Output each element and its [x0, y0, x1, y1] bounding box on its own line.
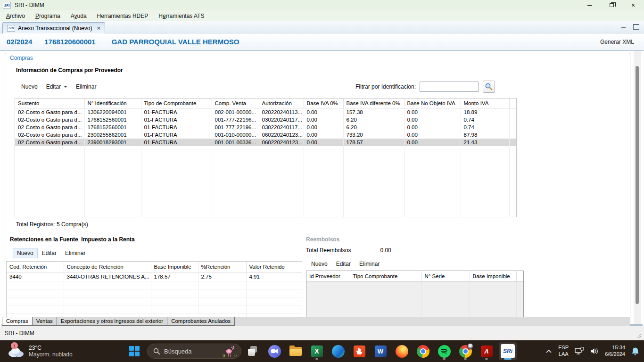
sri-dimm-button[interactable]: SRi	[499, 342, 517, 360]
filter-input[interactable]	[420, 82, 479, 92]
table-row[interactable]: 34403440-OTRAS RETENCIONES A...178.572.7…	[7, 272, 302, 281]
table-cell	[7, 297, 64, 305]
firefox-button[interactable]	[393, 342, 411, 360]
nitro-pdf-button[interactable]	[350, 342, 368, 360]
compras-table: SustentoN° IdentificaciónTipo de Comprob…	[15, 98, 517, 217]
chrome-profile-button[interactable]	[456, 342, 474, 360]
column-header[interactable]: Comp. Venta	[212, 99, 259, 108]
maximize-view-icon[interactable]	[633, 24, 639, 29]
task-view-button[interactable]	[244, 342, 262, 360]
table-cell: 001-001-00336...	[212, 139, 259, 146]
column-header[interactable]: Cod. Retención	[7, 262, 64, 272]
column-header[interactable]: Tipo de Comprobante	[141, 99, 212, 108]
table-row[interactable]	[7, 281, 302, 289]
menu-item-programa[interactable]: Programa	[30, 11, 66, 21]
table-row[interactable]: 02-Costo o Gasto para d...23900182930010…	[15, 139, 516, 146]
total-reembolsos-label: Total Reembolsos	[306, 247, 351, 254]
main-vertical-scrollbar[interactable]	[634, 51, 641, 324]
table-row[interactable]	[7, 297, 302, 305]
weather-condition: Mayorm. nublado	[29, 351, 73, 358]
minimize-view-icon[interactable]	[620, 24, 627, 29]
reembolsos-eliminar-button[interactable]: Eliminar	[355, 259, 384, 269]
column-header[interactable]: Base No Objeto IVA	[404, 99, 461, 108]
minimize-window-button[interactable]	[579, 0, 601, 10]
compras-eliminar-button[interactable]: Eliminar	[72, 82, 100, 92]
column-header[interactable]: Base Imponible	[470, 271, 516, 282]
column-header[interactable]: Autorización	[259, 99, 304, 108]
scrollbar-thumb[interactable]	[636, 66, 639, 304]
bottom-tab-exportaciones-y-otros-ingresos-del-exterior[interactable]: Exportaciones y otros ingresos del exter…	[57, 317, 167, 326]
table-cell	[259, 146, 304, 217]
column-header[interactable]: Monto IVA	[461, 99, 509, 108]
reembolsos-editar-button[interactable]: Editar	[332, 259, 355, 269]
column-header[interactable]: Tipo Comprobante	[350, 271, 421, 282]
table-row[interactable]	[7, 305, 302, 313]
compras-nuevo-button[interactable]: Nuevo	[17, 82, 42, 92]
notification-badge: 1	[11, 342, 18, 349]
filter-search-button[interactable]	[483, 81, 495, 93]
table-row[interactable]: 02-Costo o Gasto para d...17681525600010…	[15, 116, 516, 123]
generar-xml-button[interactable]: Generar XML	[600, 39, 634, 45]
column-header[interactable]: N° Identificación	[84, 99, 141, 108]
column-header[interactable]: %Retención	[198, 262, 246, 272]
weather-widget[interactable]: 1 23°C Mayorm. nublado	[7, 342, 73, 360]
edge-button[interactable]	[329, 342, 347, 360]
reembolsos-nuevo-button[interactable]: Nuevo	[307, 259, 332, 269]
table-cell: 1306220094001	[84, 108, 141, 116]
resize-grip[interactable]	[636, 333, 641, 338]
file-explorer-button[interactable]	[287, 342, 305, 360]
column-header[interactable]: N° Serie	[421, 271, 470, 282]
table-row[interactable]	[7, 313, 302, 317]
restore-window-button[interactable]	[601, 0, 622, 10]
table-row[interactable]: 02-Costo o Gasto para d...23002558620010…	[15, 131, 516, 139]
word-button[interactable]: W	[372, 342, 389, 360]
editar-dropdown-arrow-icon[interactable]	[64, 86, 67, 88]
column-header[interactable]: Valor Retenido	[246, 262, 302, 272]
table-row[interactable]: 02-Costo o Gasto para d...17681525600010…	[15, 123, 516, 131]
clock[interactable]: 15:34 6/6/2024	[605, 345, 625, 358]
language-indicator[interactable]: ESP LAA	[558, 345, 569, 358]
tray-chevron-up-icon[interactable]	[545, 349, 552, 354]
bottom-tab-ventas[interactable]: Ventas	[33, 317, 57, 326]
column-header[interactable]: Concepto de Retención	[64, 262, 151, 272]
table-row[interactable]: 02-Costo o Gasto para d...13062200940010…	[15, 108, 516, 116]
compras-editar-button[interactable]: Editar	[42, 82, 72, 92]
taskbar-search-box[interactable]	[147, 344, 241, 359]
network-icon[interactable]	[575, 347, 584, 355]
bottom-tab-compras[interactable]: Compras	[2, 317, 33, 326]
menu-item-ayuda[interactable]: Ayuda	[66, 11, 92, 21]
menu-item-herramientas-ats[interactable]: Herramientas ATS	[153, 11, 209, 21]
search-input[interactable]	[164, 348, 216, 355]
menu-item-archivo[interactable]: Archivo	[1, 11, 30, 21]
bottom-tab-comprobantes-anulados[interactable]: Comprobantes Anulados	[167, 317, 235, 326]
table-row[interactable]	[7, 289, 302, 297]
table-row[interactable]	[15, 146, 516, 217]
column-header[interactable]: Base IVA 0%	[304, 99, 343, 108]
volume-icon[interactable]	[590, 347, 599, 355]
retenciones-editar-button[interactable]: Editar	[38, 248, 61, 258]
spotify-button[interactable]	[435, 342, 453, 360]
retenciones-eliminar-button[interactable]: Eliminar	[61, 248, 90, 258]
table-cell: 733.20	[343, 131, 404, 139]
menu-item-herramientas-rdep[interactable]: Herramientas RDEP	[92, 11, 154, 21]
tab-anexo-transaccional[interactable]: SRi Anexo Transaccional (Nuevo) ×	[2, 22, 105, 33]
close-window-button[interactable]: ×	[622, 0, 644, 10]
column-header[interactable]: Base Imponible	[151, 262, 198, 272]
table-row[interactable]	[306, 282, 523, 317]
table-cell	[246, 289, 302, 297]
chrome-button[interactable]	[414, 342, 432, 360]
chat-button[interactable]	[265, 342, 283, 360]
excel-button[interactable]: X	[308, 342, 326, 360]
column-header[interactable]: Id Proveedor	[306, 271, 350, 282]
close-tab-icon[interactable]: ×	[97, 25, 100, 32]
start-button[interactable]	[129, 346, 140, 356]
acrobat-button[interactable]: A	[478, 342, 495, 360]
table-cell: 1768152560001	[84, 116, 141, 123]
firefox-icon	[396, 345, 408, 358]
status-text: SRI - DIMM	[5, 330, 34, 337]
table-cell	[151, 281, 198, 289]
column-header[interactable]: Sustento	[15, 99, 84, 108]
notification-bell-icon[interactable]	[631, 347, 639, 355]
column-header[interactable]: Base IVA diferente 0%	[343, 99, 404, 108]
retenciones-nuevo-button[interactable]: Nuevo	[13, 248, 38, 258]
